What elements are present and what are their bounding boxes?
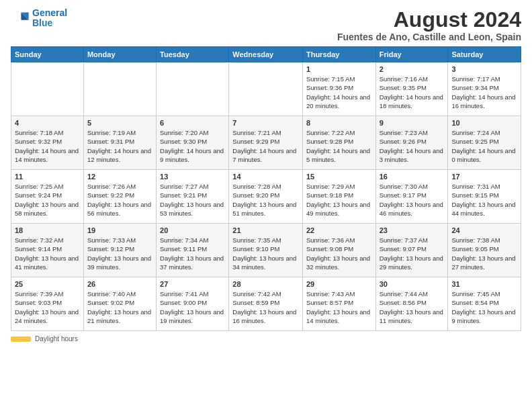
- day-info: Sunrise: 7:30 AMSunset: 9:17 PMDaylight:…: [380, 182, 445, 218]
- day-info: Sunrise: 7:40 AMSunset: 9:02 PMDaylight:…: [87, 289, 152, 325]
- day-info: Sunrise: 7:36 AMSunset: 9:08 PMDaylight:…: [306, 236, 372, 271]
- calendar-cell: 4Sunrise: 7:18 AMSunset: 9:32 PMDaylight…: [11, 116, 84, 170]
- logo-line2: Blue: [32, 17, 52, 28]
- day-number: 3: [451, 65, 517, 73]
- day-info: Sunrise: 7:16 AMSunset: 9:35 PMDaylight:…: [380, 75, 445, 110]
- weekday-header-saturday: Saturday: [448, 47, 521, 62]
- day-info: Sunrise: 7:45 AMSunset: 8:54 PMDaylight:…: [451, 289, 517, 325]
- week-row-5: 25Sunrise: 7:39 AMSunset: 9:03 PMDayligh…: [11, 277, 521, 331]
- day-number: 26: [87, 280, 152, 288]
- day-number: 16: [380, 173, 445, 181]
- day-number: 5: [87, 119, 152, 127]
- calendar-cell: 10Sunrise: 7:24 AMSunset: 9:25 PMDayligh…: [448, 116, 521, 170]
- calendar-cell: 31Sunrise: 7:45 AMSunset: 8:54 PMDayligh…: [448, 277, 521, 331]
- calendar-cell: [11, 62, 84, 116]
- week-row-1: 1Sunrise: 7:15 AMSunset: 9:36 PMDaylight…: [11, 62, 521, 116]
- calendar-cell: 11Sunrise: 7:25 AMSunset: 9:24 PMDayligh…: [11, 170, 84, 224]
- calendar-cell: 26Sunrise: 7:40 AMSunset: 9:02 PMDayligh…: [83, 277, 156, 331]
- day-number: 6: [160, 119, 225, 127]
- day-info: Sunrise: 7:42 AMSunset: 8:59 PMDaylight:…: [232, 289, 299, 325]
- day-info: Sunrise: 7:43 AMSunset: 8:57 PMDaylight:…: [306, 289, 372, 325]
- day-number: 28: [232, 280, 299, 288]
- day-number: 24: [451, 226, 517, 234]
- day-number: 1: [306, 65, 372, 73]
- day-info: Sunrise: 7:29 AMSunset: 9:18 PMDaylight:…: [306, 182, 372, 218]
- title-area: August 2024 Fuentes de Ano, Castille and…: [337, 8, 521, 42]
- weekday-header-wednesday: Wednesday: [229, 47, 303, 62]
- day-info: Sunrise: 7:15 AMSunset: 9:36 PMDaylight:…: [306, 75, 372, 110]
- logo-icon: [11, 9, 30, 28]
- day-info: Sunrise: 7:33 AMSunset: 9:12 PMDaylight:…: [87, 236, 152, 271]
- day-number: 12: [87, 173, 152, 181]
- calendar-cell: 21Sunrise: 7:35 AMSunset: 9:10 PMDayligh…: [229, 224, 303, 277]
- weekday-header-sunday: Sunday: [11, 47, 84, 62]
- calendar-cell: 9Sunrise: 7:23 AMSunset: 9:26 PMDaylight…: [375, 116, 448, 170]
- calendar-cell: 20Sunrise: 7:34 AMSunset: 9:11 PMDayligh…: [157, 224, 229, 277]
- day-info: Sunrise: 7:26 AMSunset: 9:22 PMDaylight:…: [87, 182, 152, 218]
- calendar-table: SundayMondayTuesdayWednesdayThursdayFrid…: [11, 46, 521, 331]
- logo: General Blue: [11, 8, 67, 29]
- day-number: 25: [15, 280, 80, 288]
- day-number: 9: [380, 119, 445, 127]
- calendar-cell: 18Sunrise: 7:32 AMSunset: 9:14 PMDayligh…: [11, 224, 84, 277]
- daylight-label: Daylight hours: [35, 335, 78, 342]
- weekday-header-friday: Friday: [375, 47, 448, 62]
- day-number: 4: [15, 119, 80, 127]
- weekday-header-tuesday: Tuesday: [157, 47, 229, 62]
- day-number: 19: [87, 226, 152, 234]
- day-number: 8: [306, 119, 372, 127]
- calendar-cell: 17Sunrise: 7:31 AMSunset: 9:15 PMDayligh…: [448, 170, 521, 224]
- day-number: 11: [15, 173, 80, 181]
- day-info: Sunrise: 7:22 AMSunset: 9:28 PMDaylight:…: [306, 128, 372, 164]
- header: General Blue August 2024 Fuentes de Ano,…: [11, 8, 521, 42]
- day-info: Sunrise: 7:25 AMSunset: 9:24 PMDaylight:…: [15, 182, 80, 218]
- week-row-4: 18Sunrise: 7:32 AMSunset: 9:14 PMDayligh…: [11, 224, 521, 277]
- calendar-cell: 22Sunrise: 7:36 AMSunset: 9:08 PMDayligh…: [302, 224, 375, 277]
- day-info: Sunrise: 7:18 AMSunset: 9:32 PMDaylight:…: [15, 128, 80, 164]
- calendar-header-row: SundayMondayTuesdayWednesdayThursdayFrid…: [11, 47, 521, 62]
- calendar-cell: 29Sunrise: 7:43 AMSunset: 8:57 PMDayligh…: [302, 277, 375, 331]
- subtitle: Fuentes de Ano, Castille and Leon, Spain: [337, 32, 521, 42]
- day-info: Sunrise: 7:39 AMSunset: 9:03 PMDaylight:…: [15, 289, 80, 325]
- weekday-header-monday: Monday: [83, 47, 156, 62]
- footer: Daylight hours: [11, 335, 521, 342]
- day-info: Sunrise: 7:27 AMSunset: 9:21 PMDaylight:…: [160, 182, 225, 218]
- calendar-cell: 14Sunrise: 7:28 AMSunset: 9:20 PMDayligh…: [229, 170, 303, 224]
- day-number: 10: [451, 119, 517, 127]
- calendar-cell: [157, 62, 229, 116]
- day-number: 30: [380, 280, 445, 288]
- day-info: Sunrise: 7:34 AMSunset: 9:11 PMDaylight:…: [160, 236, 225, 271]
- day-number: 13: [160, 173, 225, 181]
- calendar-cell: 3Sunrise: 7:17 AMSunset: 9:34 PMDaylight…: [448, 62, 521, 116]
- main-title: August 2024: [337, 8, 521, 32]
- day-number: 21: [232, 226, 299, 234]
- calendar-cell: 6Sunrise: 7:20 AMSunset: 9:30 PMDaylight…: [157, 116, 229, 170]
- calendar-cell: 19Sunrise: 7:33 AMSunset: 9:12 PMDayligh…: [83, 224, 156, 277]
- week-row-2: 4Sunrise: 7:18 AMSunset: 9:32 PMDaylight…: [11, 116, 521, 170]
- calendar-cell: [229, 62, 303, 116]
- day-number: 31: [451, 280, 517, 288]
- logo-text: General Blue: [32, 8, 67, 29]
- calendar-cell: 23Sunrise: 7:37 AMSunset: 9:07 PMDayligh…: [375, 224, 448, 277]
- day-info: Sunrise: 7:35 AMSunset: 9:10 PMDaylight:…: [232, 236, 299, 271]
- day-info: Sunrise: 7:21 AMSunset: 9:29 PMDaylight:…: [232, 128, 299, 164]
- day-info: Sunrise: 7:23 AMSunset: 9:26 PMDaylight:…: [380, 128, 445, 164]
- daylight-bar-icon: [11, 336, 31, 342]
- day-number: 7: [232, 119, 299, 127]
- week-row-3: 11Sunrise: 7:25 AMSunset: 9:24 PMDayligh…: [11, 170, 521, 224]
- weekday-header-thursday: Thursday: [302, 47, 375, 62]
- calendar-cell: 25Sunrise: 7:39 AMSunset: 9:03 PMDayligh…: [11, 277, 84, 331]
- day-number: 23: [380, 226, 445, 234]
- calendar-cell: 7Sunrise: 7:21 AMSunset: 9:29 PMDaylight…: [229, 116, 303, 170]
- calendar-cell: [83, 62, 156, 116]
- day-number: 20: [160, 226, 225, 234]
- calendar-cell: 12Sunrise: 7:26 AMSunset: 9:22 PMDayligh…: [83, 170, 156, 224]
- day-info: Sunrise: 7:20 AMSunset: 9:30 PMDaylight:…: [160, 128, 225, 164]
- day-number: 29: [306, 280, 372, 288]
- day-number: 2: [380, 65, 445, 73]
- page: General Blue August 2024 Fuentes de Ano,…: [0, 0, 532, 348]
- calendar-cell: 27Sunrise: 7:41 AMSunset: 9:00 PMDayligh…: [157, 277, 229, 331]
- day-info: Sunrise: 7:37 AMSunset: 9:07 PMDaylight:…: [380, 236, 445, 271]
- day-info: Sunrise: 7:38 AMSunset: 9:05 PMDaylight:…: [451, 236, 517, 271]
- day-number: 22: [306, 226, 372, 234]
